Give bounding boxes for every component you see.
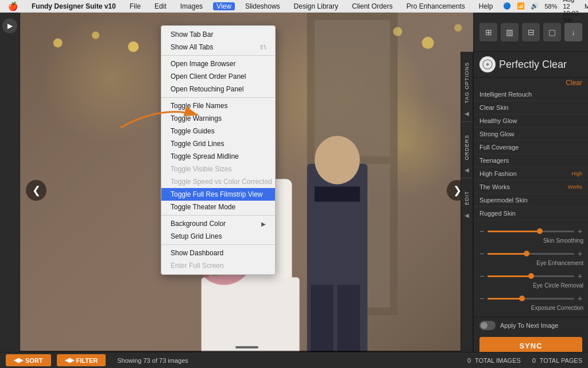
option-the-works[interactable]: The Works Works xyxy=(474,181,588,194)
svg-rect-13 xyxy=(311,285,333,361)
option-full-coverage[interactable]: Full Coverage xyxy=(474,141,588,154)
menubar-file[interactable]: File xyxy=(126,2,144,10)
menubar-design-library[interactable]: Design Library xyxy=(291,2,342,10)
skin-smoothing-plus[interactable]: + xyxy=(577,227,583,236)
option-strong-glow[interactable]: Strong Glow xyxy=(474,128,588,141)
exposure-label: Exposure Correction xyxy=(474,305,588,312)
menubar-app-name[interactable]: Fundy Designer Suite v10 xyxy=(28,2,119,10)
option-rugged-skin[interactable]: Rugged Skin xyxy=(474,207,588,220)
exposure-minus[interactable]: − xyxy=(478,294,485,303)
apply-next-section: Apply To Next Image xyxy=(474,317,588,334)
exposure-track[interactable] xyxy=(488,298,574,300)
view-dropdown-menu: Show Tab Bar Show All Tabs ⇧\ Open Image… xyxy=(161,25,276,275)
menu-show-tab-bar[interactable]: Show Tab Bar xyxy=(161,28,275,41)
menubar-edit[interactable]: Edit xyxy=(151,2,170,10)
play-button[interactable]: ▶ xyxy=(2,18,17,33)
download-icon[interactable]: ↓ xyxy=(564,23,582,41)
orders-arrow[interactable]: ◀ xyxy=(462,164,471,175)
filter-button[interactable]: ◀▶ FILTER xyxy=(57,354,106,366)
eye-circle-plus[interactable]: + xyxy=(577,271,583,281)
exposure-plus[interactable]: + xyxy=(577,294,583,303)
split-view-icon[interactable]: ⊟ xyxy=(522,23,540,41)
menu-open-client-order-panel[interactable]: Open Client Order Panel xyxy=(161,70,275,83)
sliders-section: − + Skin Smoothing − xyxy=(474,220,588,317)
sort-button[interactable]: ◀▶ SORT xyxy=(6,354,51,366)
wifi-icon: 📶 xyxy=(517,2,525,10)
total-images-count: 0 TOTAL IMAGES xyxy=(467,357,521,364)
menu-toggle-visible-sizes: Toggle Visible Sizes xyxy=(161,163,275,175)
menu-toggle-theater-mode[interactable]: Toggle Theater Mode xyxy=(161,201,275,213)
total-pages-count: 0 TOTAL PAGES xyxy=(532,357,582,364)
pc-header: Perfectly Clear xyxy=(474,52,588,78)
menubar-slideshows[interactable]: Slideshows xyxy=(242,2,284,10)
edit-tab[interactable]: EDIT xyxy=(462,186,472,210)
tab-separator-2 xyxy=(461,178,473,178)
eye-enhancement-track[interactable] xyxy=(488,253,574,255)
menubar-view[interactable]: View xyxy=(213,2,235,10)
eye-circle-removal-slider-row: − + xyxy=(474,270,588,282)
menubar-help[interactable]: Help xyxy=(475,2,497,10)
menu-toggle-warnings[interactable]: Toggle Warnings xyxy=(161,112,275,125)
menu-setup-grid-lines[interactable]: Setup Grid Lines xyxy=(161,230,275,243)
perfectly-clear-panel: Perfectly Clear Clear Intelligent Retouc… xyxy=(474,52,588,368)
single-view-icon[interactable]: ▢ xyxy=(543,23,561,41)
menu-toggle-spread-midline[interactable]: Toggle Spread Midline xyxy=(161,150,275,163)
menu-show-all-tabs[interactable]: Show All Tabs ⇧\ xyxy=(161,41,275,53)
tag-options-arrow[interactable]: ◀ xyxy=(462,108,471,119)
option-intelligent-retouch[interactable]: Intelligent Retouch xyxy=(474,88,588,101)
menubar-client-orders[interactable]: Client Orders xyxy=(349,2,396,10)
menu-sep-3 xyxy=(161,215,275,216)
menu-background-color[interactable]: Background Color ▶ xyxy=(161,217,275,230)
menu-toggle-grid-lines[interactable]: Toggle Grid Lines xyxy=(161,137,275,150)
menu-open-image-browser[interactable]: Open Image Browser xyxy=(161,57,275,70)
grid-two-icon[interactable]: ▥ xyxy=(501,23,519,41)
showing-images-text: Showing 73 of 73 images xyxy=(117,357,188,364)
menu-show-dashboard[interactable]: Show Dashboard xyxy=(161,247,275,259)
menu-toggle-file-names[interactable]: Toggle File Names xyxy=(161,99,275,112)
skin-smoothing-track[interactable] xyxy=(488,231,574,232)
menu-toggle-guides[interactable]: Toggle Guides xyxy=(161,125,275,137)
orders-tab[interactable]: ORDERS xyxy=(462,130,472,165)
option-high-fashion[interactable]: High Fashion High xyxy=(474,167,588,181)
svg-point-31 xyxy=(422,37,434,49)
filmstrip-handle[interactable] xyxy=(235,346,258,348)
prev-image-button[interactable]: ❮ xyxy=(26,180,47,201)
option-healthy-glow[interactable]: Healthy Glow xyxy=(474,114,588,128)
eye-enhancement-plus[interactable]: + xyxy=(577,249,583,258)
menubar-pro-enhancements[interactable]: Pro Enhancements xyxy=(403,2,469,10)
menu-sep-2 xyxy=(161,97,275,98)
side-tabs-panel: TAG OPTIONS ◀ ORDERS ◀ EDIT ◀ xyxy=(461,52,473,352)
eye-circle-track[interactable] xyxy=(488,275,574,277)
battery-indicator: 58% xyxy=(544,3,557,10)
apply-next-toggle[interactable] xyxy=(479,321,496,330)
right-panel: ⊞ ▥ ⊟ ▢ ↓ Perfectly Clear Clear Intellig… xyxy=(473,13,588,368)
menu-toggle-speed-color: Toggle Speed vs Color Corrected xyxy=(161,175,275,188)
pc-title: Perfectly Clear xyxy=(499,59,567,71)
menu-open-retouching-panel[interactable]: Open Retouching Panel xyxy=(161,83,275,95)
eye-enhancement-label: Eye Enhancement xyxy=(474,260,588,267)
eye-enhancement-fill xyxy=(488,253,527,255)
skin-smoothing-label: Skin Smoothing xyxy=(474,237,588,245)
main-area: ▶ xyxy=(0,13,588,368)
skin-smoothing-minus[interactable]: − xyxy=(478,227,485,236)
menubar-images[interactable]: Images xyxy=(177,2,206,10)
exposure-thumb[interactable] xyxy=(519,296,525,301)
option-clear-skin[interactable]: Clear Skin xyxy=(474,101,588,114)
eye-circle-thumb[interactable] xyxy=(528,273,534,279)
grid-four-icon[interactable]: ⊞ xyxy=(479,23,497,41)
option-teenagers[interactable]: Teenagers xyxy=(474,154,588,167)
menu-toggle-full-res-filmstrip[interactable]: Toggle Full Res Filmstrip View xyxy=(161,188,275,201)
svg-point-11 xyxy=(315,136,360,184)
skin-smoothing-thumb[interactable] xyxy=(537,228,543,234)
eye-enhancement-minus[interactable]: − xyxy=(478,249,485,258)
network-name: Marketing xyxy=(585,3,588,10)
eye-enhancement-thumb[interactable] xyxy=(524,251,529,256)
eye-circle-minus[interactable]: − xyxy=(478,271,485,281)
svg-rect-14 xyxy=(337,285,359,361)
edit-arrow[interactable]: ◀ xyxy=(462,210,471,221)
tag-options-tab[interactable]: TAG OPTIONS xyxy=(462,57,472,108)
option-supermodel-skin[interactable]: Supermodel Skin xyxy=(474,194,588,207)
apple-menu[interactable]: 🍎 xyxy=(5,2,21,11)
menubar: 🍎 Fundy Designer Suite v10 File Edit Ima… xyxy=(0,0,588,13)
clear-link[interactable]: Clear xyxy=(474,78,588,88)
